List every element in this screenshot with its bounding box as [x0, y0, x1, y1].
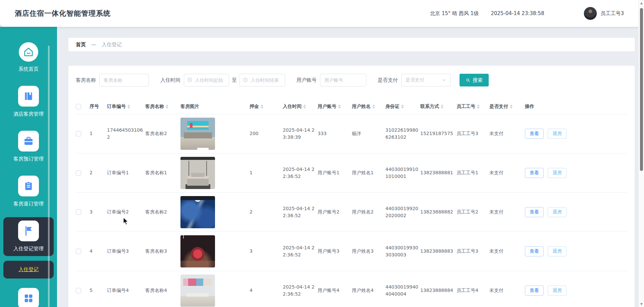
cell-phone: 13823888883 [420, 232, 457, 271]
breadcrumb: 首页 — 入住登记 [68, 38, 635, 51]
checkin-time-label: 入住时间 [160, 77, 180, 83]
cell-actions: 查看退房 [525, 271, 627, 307]
sidebar-subitem-checkin[interactable]: 入住登记 [3, 261, 54, 279]
cell-order_no: 订单编号1 [107, 153, 145, 192]
room-photo-blue-pool[interactable] [180, 196, 215, 228]
sidebar-item-room-cancellation[interactable]: 客房退订管理 [3, 172, 54, 211]
checkout-button[interactable]: 退房 [548, 286, 567, 296]
sidebar-item-label: 客房退订管理 [13, 201, 44, 207]
date-range-to: 至 [232, 77, 237, 83]
checkin-end-field[interactable] [239, 74, 285, 86]
room-photo-modern-gray-bedroom[interactable] [180, 157, 215, 189]
cell-order_no: 订单编号2 [107, 192, 145, 232]
cell-checkin_time: 2025-04-14 22:36:52 [283, 271, 318, 307]
view-button[interactable]: 查看 [525, 168, 544, 178]
cell-index: 4 [90, 232, 107, 271]
sidebar-item-home[interactable]: 系统首页 [3, 39, 54, 76]
user-avatar[interactable] [584, 7, 597, 20]
search-button[interactable]: 搜索 [460, 74, 489, 86]
sidebar-item-room-reservation[interactable]: 客房预订管理 [3, 127, 54, 166]
room-photo-red-banquet-room[interactable] [180, 235, 215, 267]
checkout-button[interactable]: 退房 [548, 246, 567, 256]
view-button[interactable]: 查看 [525, 129, 544, 139]
column-header-actions: 操作 [525, 99, 627, 114]
column-header-username[interactable]: 用户姓名 [352, 99, 385, 114]
cell-index: 1 [90, 114, 107, 153]
sort-caret-icon[interactable] [372, 105, 375, 109]
cell-room_name: 客房名称1 [145, 153, 180, 192]
checkout-button[interactable]: 退房 [548, 168, 567, 178]
scrollbar-thumb[interactable] [640, 8, 643, 171]
cell-pay_status: 未支付 [489, 192, 525, 232]
cell-id_card: 440300199101010001 [385, 153, 420, 192]
column-header-id_card[interactable]: 身份证 [385, 99, 420, 114]
scrollbar-up-arrow[interactable]: ▲ [639, 1, 644, 5]
page-scrollbar[interactable]: ▲ ▼ [638, 0, 644, 307]
pay-status-select[interactable]: 是否支付 [401, 74, 451, 86]
sort-caret-icon[interactable] [261, 105, 263, 109]
column-header-staff_no[interactable]: 员工工号 [457, 99, 489, 114]
column-header-account[interactable]: 用户账号 [318, 99, 352, 114]
account-input[interactable] [320, 74, 366, 86]
sidebar-item-hotel-room[interactable]: 酒店客房管理 [3, 82, 54, 121]
sidebar-item-checkin-registration[interactable]: 入住登记管理 [3, 217, 54, 256]
cell-pay_status: 未支付 [489, 114, 525, 153]
checkout-button[interactable]: 退房 [548, 129, 567, 139]
app-title: 酒店住宿一体化智能管理系统 [15, 9, 111, 18]
select-all-checkbox[interactable] [76, 104, 81, 109]
column-header-phone[interactable]: 联系方式 [420, 99, 457, 114]
sidebar-item-label: 酒店客房管理 [13, 111, 44, 117]
cell-room_name: 客房名称3 [145, 232, 180, 271]
sidebar-item-checkout-info[interactable]: 退房信息管理 [3, 285, 54, 307]
sort-caret-icon[interactable] [510, 105, 513, 109]
user-name[interactable]: 员工工号3 [600, 10, 624, 17]
checkin-table: 序号订单编号客房名称客房图片押金入住时间用户账号用户姓名身份证联系方式员工工号是… [76, 99, 627, 307]
column-header-label: 员工工号 [457, 104, 475, 109]
column-header-label: 是否支付 [489, 104, 508, 109]
scrollbar-down-arrow[interactable]: ▼ [639, 302, 644, 306]
sort-caret-icon[interactable] [477, 105, 480, 109]
sidebar: 系统首页酒店客房管理客房预订管理客房退订管理入住登记管理入住登记退房信息管理违法… [0, 27, 57, 307]
sort-caret-icon[interactable] [401, 105, 404, 109]
row-checkbox[interactable] [76, 170, 81, 176]
datetime-text: 2025-04-14 23:38:58 [491, 10, 544, 16]
column-header-label: 用户账号 [318, 104, 336, 109]
sidebar-scrollbar[interactable] [48, 46, 50, 307]
column-header-checkin_time[interactable]: 入住时间 [283, 99, 318, 114]
sort-caret-icon[interactable] [166, 105, 168, 109]
column-header-deposit[interactable]: 押金 [250, 99, 283, 114]
room-photo-beach-art-bedroom[interactable] [180, 118, 215, 150]
row-checkbox[interactable] [76, 209, 81, 215]
row-checkbox[interactable] [76, 249, 81, 254]
sidebar-item-label: 客房预订管理 [13, 156, 44, 162]
cell-deposit: 2 [250, 192, 283, 232]
column-header-room_name[interactable]: 客房名称 [145, 99, 180, 114]
cell-staff_no: 员工工号2 [457, 192, 489, 232]
cell-staff_no: 员工工号3 [457, 114, 489, 153]
sort-caret-icon[interactable] [127, 105, 130, 109]
breadcrumb-home[interactable]: 首页 [76, 42, 86, 48]
row-checkbox[interactable] [76, 131, 81, 136]
room-name-input[interactable] [99, 74, 149, 86]
view-button[interactable]: 查看 [525, 246, 544, 256]
sort-caret-icon[interactable] [338, 105, 341, 109]
table-header-row: 序号订单编号客房名称客房图片押金入住时间用户账号用户姓名身份证联系方式员工工号是… [76, 99, 627, 114]
weather-text: 北京 15° 晴 西风 1级 [430, 10, 479, 17]
row-checkbox[interactable] [76, 288, 81, 293]
flag-icon [18, 221, 39, 241]
column-header-order_no[interactable]: 订单编号 [107, 99, 145, 114]
sort-caret-icon[interactable] [303, 105, 306, 109]
cell-pay_status: 未支付 [489, 232, 525, 271]
view-button[interactable]: 查看 [525, 207, 544, 217]
table-row: 5订单编号4客房名称442025-04-14 22:36:52用户账号4用户姓名… [76, 271, 627, 307]
checkin-start-field[interactable] [184, 74, 229, 86]
table-row: 3订单编号2客房名称222025-04-14 22:36:52用户账号2用户姓名… [76, 192, 627, 232]
sort-caret-icon[interactable] [441, 105, 443, 109]
cell-pay_status: 未支付 [489, 153, 525, 192]
checkout-button[interactable]: 退房 [548, 207, 567, 217]
cell-staff_no: 员工工号3 [457, 232, 489, 271]
column-header-pay_status[interactable]: 是否支付 [489, 99, 525, 114]
cell-staff_no: 员工工号1 [457, 153, 489, 192]
view-button[interactable]: 查看 [525, 286, 544, 296]
room-photo-pink-art-bedroom[interactable] [180, 274, 215, 307]
